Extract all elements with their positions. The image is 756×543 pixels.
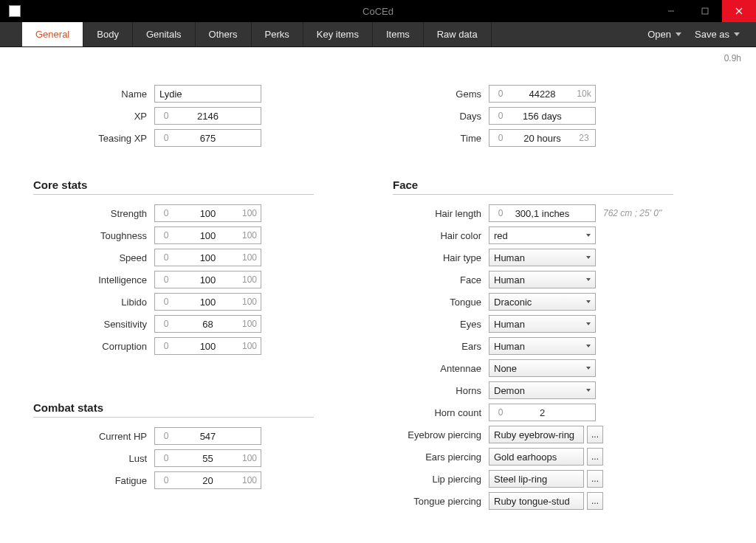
gems-input[interactable]: 04422810k	[489, 85, 596, 103]
core-stat-label: Corruption	[66, 341, 154, 352]
chevron-down-icon	[586, 278, 591, 281]
antennae-label: Antennae	[393, 363, 489, 374]
combat-stat-label: Fatigue	[66, 475, 154, 486]
core-stat-label: Sensitivity	[66, 319, 154, 330]
chevron-down-icon	[586, 345, 591, 347]
titlebar: CoCEd	[0, 0, 756, 22]
eyebrow-piercing-select[interactable]: Ruby eyebrow-ring	[489, 426, 584, 443]
days-input[interactable]: 0156 days	[489, 107, 596, 125]
horn-count-input[interactable]: 02	[489, 404, 596, 421]
chevron-down-icon	[734, 32, 740, 36]
horn-count-label: Horn count	[393, 407, 489, 418]
hair-length-hint: 762 cm ; 25' 0"	[603, 208, 662, 218]
core-stat-input[interactable]: 0100100	[154, 271, 261, 288]
eyes-select[interactable]: Human	[489, 315, 596, 333]
combat-stat-label: Current HP	[66, 431, 154, 442]
combat-stat-input[interactable]: 055100	[154, 449, 261, 467]
ears-label: Ears	[393, 341, 489, 352]
core-stat-label: Strength	[66, 208, 154, 219]
xp-input[interactable]: 02146	[154, 107, 261, 125]
window-title: CoCEd	[0, 6, 756, 17]
tongue-piercing-edit[interactable]: ...	[587, 492, 603, 510]
eyebrow-piercing-label: Eyebrow piercing	[393, 429, 489, 440]
eyes-label: Eyes	[393, 319, 489, 330]
core-stat-input[interactable]: 0100100	[154, 249, 261, 266]
chevron-down-icon	[586, 389, 591, 392]
horns-label: Horns	[393, 385, 489, 396]
maximize-button[interactable]	[688, 0, 722, 22]
ears-piercing-label: Ears piercing	[393, 452, 489, 463]
combat-stat-label: Lust	[66, 453, 154, 464]
days-label: Days	[393, 111, 489, 122]
core-stat-input[interactable]: 0100100	[154, 204, 261, 222]
tongue-label: Tongue	[393, 297, 489, 308]
ears-piercing-edit[interactable]: ...	[587, 448, 603, 466]
tab-key-items[interactable]: Key items	[303, 22, 373, 46]
core-stat-input[interactable]: 0100100	[154, 293, 261, 311]
core-stat-label: Intelligence	[66, 274, 154, 286]
time-input[interactable]: 020 hours23	[489, 129, 596, 147]
tongue-select[interactable]: Draconic	[489, 293, 596, 311]
face-select[interactable]: Human	[489, 271, 596, 288]
teasing-xp-label: Teasing XP	[66, 133, 154, 144]
gems-label: Gems	[393, 89, 489, 100]
hair-length-label: Hair length	[393, 208, 489, 219]
lip-piercing-edit[interactable]: ...	[587, 470, 603, 488]
close-button[interactable]	[722, 0, 756, 22]
app-icon	[9, 5, 21, 17]
face-label: Face	[393, 274, 489, 286]
tab-body[interactable]: Body	[83, 22, 133, 46]
name-input[interactable]: Lydie	[154, 85, 261, 103]
chevron-down-icon	[676, 32, 681, 36]
teasing-xp-input[interactable]: 0675	[154, 129, 261, 147]
core-stat-input[interactable]: 068100	[154, 315, 261, 333]
hair-length-input[interactable]: 0300,1 inches	[489, 204, 596, 222]
version-label: 0.9h	[724, 53, 741, 63]
chevron-down-icon	[586, 300, 591, 303]
core-stat-input[interactable]: 0100100	[154, 226, 261, 244]
save-as-menu[interactable]: Save as	[695, 29, 740, 40]
open-menu[interactable]: Open	[647, 29, 681, 40]
hair-type-label: Hair type	[393, 252, 489, 263]
tab-genitals[interactable]: Genitals	[133, 22, 196, 46]
tabbar: General Body Genitals Others Perks Key i…	[0, 22, 756, 47]
core-stats-title: Core stats	[33, 179, 314, 195]
ears-piercing-select[interactable]: Gold earhoops	[489, 448, 584, 466]
tongue-piercing-select[interactable]: Ruby tongue-stud	[489, 492, 584, 510]
combat-stat-input[interactable]: 020100	[154, 471, 261, 489]
lip-piercing-label: Lip piercing	[393, 474, 489, 485]
hair-color-select[interactable]: red	[489, 226, 596, 244]
tongue-piercing-label: Tongue piercing	[393, 496, 489, 507]
hair-type-select[interactable]: Human	[489, 249, 596, 266]
chevron-down-icon	[586, 322, 591, 325]
eyebrow-piercing-edit[interactable]: ...	[587, 426, 603, 443]
core-stat-label: Toughness	[66, 230, 154, 241]
minimize-button[interactable]	[654, 0, 688, 22]
core-stat-label: Libido	[66, 297, 154, 308]
core-stat-input[interactable]: 0100100	[154, 337, 261, 355]
combat-stats-title: Combat stats	[33, 401, 314, 418]
lip-piercing-select[interactable]: Steel lip-ring	[489, 470, 584, 488]
hair-color-label: Hair color	[393, 230, 489, 241]
tab-items[interactable]: Items	[373, 22, 424, 46]
tab-perks[interactable]: Perks	[252, 22, 303, 46]
tab-others[interactable]: Others	[196, 22, 252, 46]
combat-stat-input[interactable]: 0547	[154, 427, 261, 445]
tab-raw-data[interactable]: Raw data	[424, 22, 492, 46]
svg-rect-1	[702, 8, 708, 14]
antennae-select[interactable]: None	[489, 359, 596, 377]
core-stat-label: Speed	[66, 252, 154, 263]
xp-label: XP	[66, 111, 154, 122]
face-title: Face	[393, 179, 673, 195]
tab-general[interactable]: General	[22, 22, 83, 46]
chevron-down-icon	[586, 367, 591, 370]
chevron-down-icon	[586, 256, 591, 259]
chevron-down-icon	[586, 234, 591, 237]
horns-select[interactable]: Demon	[489, 381, 596, 399]
time-label: Time	[393, 133, 489, 144]
ears-select[interactable]: Human	[489, 337, 596, 355]
name-label: Name	[66, 89, 154, 100]
